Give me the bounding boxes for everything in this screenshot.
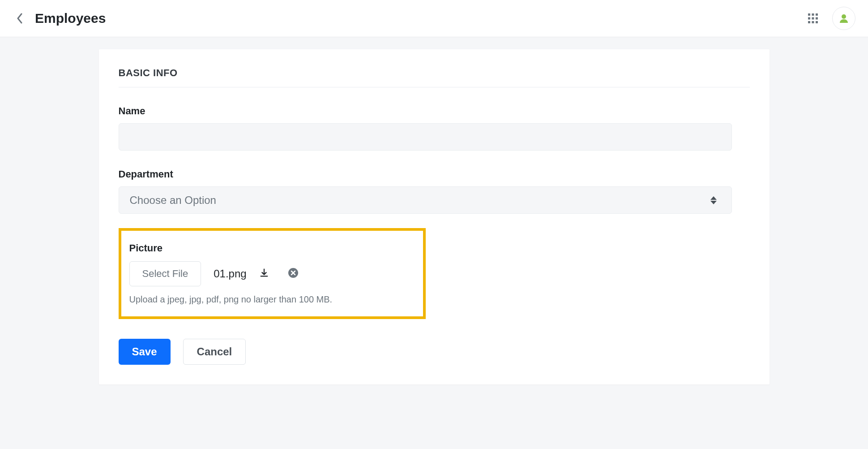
svg-rect-0 [808,13,810,16]
topbar-right [807,7,855,30]
selected-file-name: 01.png [214,268,246,280]
svg-rect-5 [816,17,818,20]
file-row: Select File 01.png [129,261,415,286]
picture-field-highlighted: Picture Select File 01.png Upload a jpeg… [119,228,426,319]
svg-point-9 [842,14,846,19]
department-field: Department Choose an Option [119,168,750,214]
save-button[interactable]: Save [119,339,171,365]
name-input[interactable] [119,123,732,151]
chevron-left-icon [17,13,23,24]
close-circle-icon [288,268,299,278]
svg-rect-2 [816,13,818,16]
svg-rect-6 [808,21,810,23]
download-icon [259,268,269,278]
topbar: Employees [0,0,868,37]
name-label: Name [119,105,750,117]
form-card: BASIC INFO Name Department Choose an Opt… [99,49,770,384]
svg-rect-7 [812,21,814,23]
department-select[interactable]: Choose an Option [119,186,732,214]
apps-grid-icon [808,13,818,24]
page-title: Employees [35,11,106,26]
download-file-button[interactable] [259,268,269,280]
form-actions: Save Cancel [119,339,750,365]
apps-button[interactable] [807,13,819,24]
select-file-button[interactable]: Select File [129,261,201,286]
remove-file-button[interactable] [288,268,299,280]
upload-hint: Upload a jpeg, jpg, pdf, png no larger t… [129,294,415,305]
svg-rect-4 [812,17,814,20]
cancel-button[interactable]: Cancel [183,339,246,365]
name-field: Name [119,105,750,151]
section-title: BASIC INFO [119,67,750,87]
back-button[interactable] [13,11,27,26]
svg-rect-1 [812,13,814,16]
department-select-placeholder: Choose an Option [130,194,216,207]
svg-rect-3 [808,17,810,20]
user-icon [838,13,849,24]
svg-rect-8 [816,21,818,23]
department-label: Department [119,168,750,180]
user-avatar-button[interactable] [832,7,855,30]
picture-label: Picture [129,242,415,254]
